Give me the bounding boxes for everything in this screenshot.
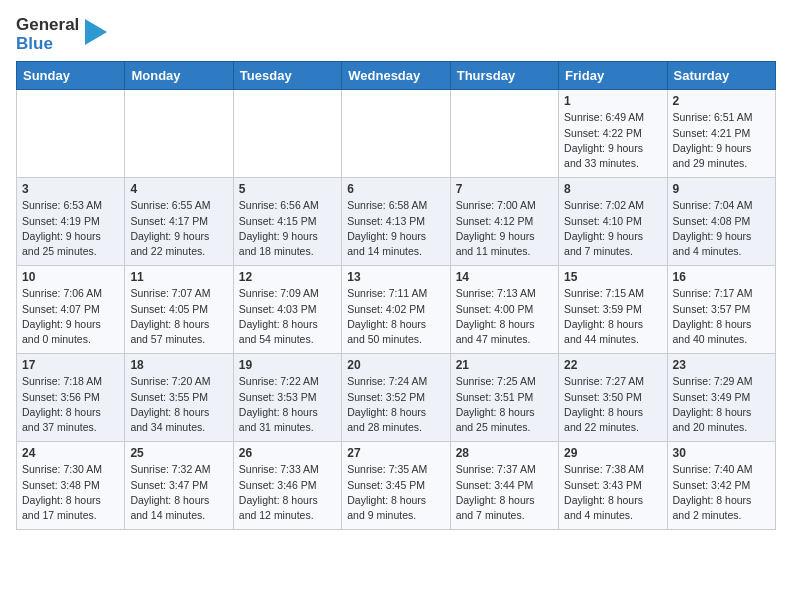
calendar-cell: 16Sunrise: 7:17 AM Sunset: 3:57 PM Dayli… bbox=[667, 266, 775, 354]
day-info: Sunrise: 7:38 AM Sunset: 3:43 PM Dayligh… bbox=[564, 462, 661, 523]
calendar-cell: 24Sunrise: 7:30 AM Sunset: 3:48 PM Dayli… bbox=[17, 442, 125, 530]
day-header-tuesday: Tuesday bbox=[233, 62, 341, 90]
day-number: 12 bbox=[239, 270, 336, 284]
day-number: 11 bbox=[130, 270, 227, 284]
day-number: 29 bbox=[564, 446, 661, 460]
day-info: Sunrise: 7:09 AM Sunset: 4:03 PM Dayligh… bbox=[239, 286, 336, 347]
day-header-thursday: Thursday bbox=[450, 62, 558, 90]
calendar-cell: 23Sunrise: 7:29 AM Sunset: 3:49 PM Dayli… bbox=[667, 354, 775, 442]
day-info: Sunrise: 6:53 AM Sunset: 4:19 PM Dayligh… bbox=[22, 198, 119, 259]
calendar-cell: 14Sunrise: 7:13 AM Sunset: 4:00 PM Dayli… bbox=[450, 266, 558, 354]
calendar-cell: 17Sunrise: 7:18 AM Sunset: 3:56 PM Dayli… bbox=[17, 354, 125, 442]
day-number: 30 bbox=[673, 446, 770, 460]
calendar-cell bbox=[342, 90, 450, 178]
calendar-cell: 6Sunrise: 6:58 AM Sunset: 4:13 PM Daylig… bbox=[342, 178, 450, 266]
day-number: 13 bbox=[347, 270, 444, 284]
day-info: Sunrise: 6:55 AM Sunset: 4:17 PM Dayligh… bbox=[130, 198, 227, 259]
day-number: 26 bbox=[239, 446, 336, 460]
calendar-cell: 20Sunrise: 7:24 AM Sunset: 3:52 PM Dayli… bbox=[342, 354, 450, 442]
calendar-cell bbox=[17, 90, 125, 178]
day-number: 18 bbox=[130, 358, 227, 372]
calendar-cell: 25Sunrise: 7:32 AM Sunset: 3:47 PM Dayli… bbox=[125, 442, 233, 530]
day-info: Sunrise: 7:18 AM Sunset: 3:56 PM Dayligh… bbox=[22, 374, 119, 435]
day-header-monday: Monday bbox=[125, 62, 233, 90]
day-info: Sunrise: 6:58 AM Sunset: 4:13 PM Dayligh… bbox=[347, 198, 444, 259]
day-info: Sunrise: 7:32 AM Sunset: 3:47 PM Dayligh… bbox=[130, 462, 227, 523]
logo-blue: Blue bbox=[16, 35, 79, 54]
day-info: Sunrise: 7:33 AM Sunset: 3:46 PM Dayligh… bbox=[239, 462, 336, 523]
calendar-header-row: SundayMondayTuesdayWednesdayThursdayFrid… bbox=[17, 62, 776, 90]
calendar-table: SundayMondayTuesdayWednesdayThursdayFrid… bbox=[16, 61, 776, 530]
day-info: Sunrise: 7:15 AM Sunset: 3:59 PM Dayligh… bbox=[564, 286, 661, 347]
calendar-cell: 18Sunrise: 7:20 AM Sunset: 3:55 PM Dayli… bbox=[125, 354, 233, 442]
day-info: Sunrise: 7:00 AM Sunset: 4:12 PM Dayligh… bbox=[456, 198, 553, 259]
day-number: 1 bbox=[564, 94, 661, 108]
day-number: 3 bbox=[22, 182, 119, 196]
calendar-cell: 13Sunrise: 7:11 AM Sunset: 4:02 PM Dayli… bbox=[342, 266, 450, 354]
calendar-cell: 11Sunrise: 7:07 AM Sunset: 4:05 PM Dayli… bbox=[125, 266, 233, 354]
day-info: Sunrise: 7:30 AM Sunset: 3:48 PM Dayligh… bbox=[22, 462, 119, 523]
calendar-week-3: 17Sunrise: 7:18 AM Sunset: 3:56 PM Dayli… bbox=[17, 354, 776, 442]
calendar-cell: 15Sunrise: 7:15 AM Sunset: 3:59 PM Dayli… bbox=[559, 266, 667, 354]
day-header-wednesday: Wednesday bbox=[342, 62, 450, 90]
day-info: Sunrise: 6:56 AM Sunset: 4:15 PM Dayligh… bbox=[239, 198, 336, 259]
day-number: 7 bbox=[456, 182, 553, 196]
day-number: 15 bbox=[564, 270, 661, 284]
logo-arrow-icon bbox=[85, 17, 107, 51]
calendar-week-2: 10Sunrise: 7:06 AM Sunset: 4:07 PM Dayli… bbox=[17, 266, 776, 354]
day-info: Sunrise: 7:29 AM Sunset: 3:49 PM Dayligh… bbox=[673, 374, 770, 435]
calendar-cell: 7Sunrise: 7:00 AM Sunset: 4:12 PM Daylig… bbox=[450, 178, 558, 266]
day-number: 17 bbox=[22, 358, 119, 372]
calendar-cell: 8Sunrise: 7:02 AM Sunset: 4:10 PM Daylig… bbox=[559, 178, 667, 266]
day-number: 28 bbox=[456, 446, 553, 460]
calendar-cell: 29Sunrise: 7:38 AM Sunset: 3:43 PM Dayli… bbox=[559, 442, 667, 530]
calendar-week-1: 3Sunrise: 6:53 AM Sunset: 4:19 PM Daylig… bbox=[17, 178, 776, 266]
day-number: 27 bbox=[347, 446, 444, 460]
day-number: 19 bbox=[239, 358, 336, 372]
calendar-cell bbox=[450, 90, 558, 178]
day-header-friday: Friday bbox=[559, 62, 667, 90]
day-number: 24 bbox=[22, 446, 119, 460]
calendar-cell: 27Sunrise: 7:35 AM Sunset: 3:45 PM Dayli… bbox=[342, 442, 450, 530]
calendar-cell bbox=[233, 90, 341, 178]
calendar-cell: 1Sunrise: 6:49 AM Sunset: 4:22 PM Daylig… bbox=[559, 90, 667, 178]
day-info: Sunrise: 6:49 AM Sunset: 4:22 PM Dayligh… bbox=[564, 110, 661, 171]
calendar-cell: 4Sunrise: 6:55 AM Sunset: 4:17 PM Daylig… bbox=[125, 178, 233, 266]
day-number: 25 bbox=[130, 446, 227, 460]
logo: General Blue bbox=[16, 16, 107, 53]
calendar-cell: 22Sunrise: 7:27 AM Sunset: 3:50 PM Dayli… bbox=[559, 354, 667, 442]
day-info: Sunrise: 7:06 AM Sunset: 4:07 PM Dayligh… bbox=[22, 286, 119, 347]
calendar-cell: 26Sunrise: 7:33 AM Sunset: 3:46 PM Dayli… bbox=[233, 442, 341, 530]
calendar-cell: 3Sunrise: 6:53 AM Sunset: 4:19 PM Daylig… bbox=[17, 178, 125, 266]
day-info: Sunrise: 6:51 AM Sunset: 4:21 PM Dayligh… bbox=[673, 110, 770, 171]
day-number: 10 bbox=[22, 270, 119, 284]
day-number: 23 bbox=[673, 358, 770, 372]
day-number: 4 bbox=[130, 182, 227, 196]
page-header: General Blue bbox=[16, 16, 776, 53]
day-number: 6 bbox=[347, 182, 444, 196]
calendar-body: 1Sunrise: 6:49 AM Sunset: 4:22 PM Daylig… bbox=[17, 90, 776, 530]
calendar-cell: 5Sunrise: 6:56 AM Sunset: 4:15 PM Daylig… bbox=[233, 178, 341, 266]
calendar-cell: 21Sunrise: 7:25 AM Sunset: 3:51 PM Dayli… bbox=[450, 354, 558, 442]
day-info: Sunrise: 7:27 AM Sunset: 3:50 PM Dayligh… bbox=[564, 374, 661, 435]
day-number: 9 bbox=[673, 182, 770, 196]
logo-general: General bbox=[16, 16, 79, 35]
day-number: 21 bbox=[456, 358, 553, 372]
calendar-cell: 10Sunrise: 7:06 AM Sunset: 4:07 PM Dayli… bbox=[17, 266, 125, 354]
calendar-cell: 2Sunrise: 6:51 AM Sunset: 4:21 PM Daylig… bbox=[667, 90, 775, 178]
calendar-cell: 12Sunrise: 7:09 AM Sunset: 4:03 PM Dayli… bbox=[233, 266, 341, 354]
calendar-cell: 19Sunrise: 7:22 AM Sunset: 3:53 PM Dayli… bbox=[233, 354, 341, 442]
day-info: Sunrise: 7:22 AM Sunset: 3:53 PM Dayligh… bbox=[239, 374, 336, 435]
calendar-cell: 28Sunrise: 7:37 AM Sunset: 3:44 PM Dayli… bbox=[450, 442, 558, 530]
day-number: 14 bbox=[456, 270, 553, 284]
day-info: Sunrise: 7:20 AM Sunset: 3:55 PM Dayligh… bbox=[130, 374, 227, 435]
day-number: 16 bbox=[673, 270, 770, 284]
day-info: Sunrise: 7:17 AM Sunset: 3:57 PM Dayligh… bbox=[673, 286, 770, 347]
day-header-sunday: Sunday bbox=[17, 62, 125, 90]
day-info: Sunrise: 7:02 AM Sunset: 4:10 PM Dayligh… bbox=[564, 198, 661, 259]
calendar-cell: 30Sunrise: 7:40 AM Sunset: 3:42 PM Dayli… bbox=[667, 442, 775, 530]
day-info: Sunrise: 7:37 AM Sunset: 3:44 PM Dayligh… bbox=[456, 462, 553, 523]
day-info: Sunrise: 7:11 AM Sunset: 4:02 PM Dayligh… bbox=[347, 286, 444, 347]
calendar-cell bbox=[125, 90, 233, 178]
day-header-saturday: Saturday bbox=[667, 62, 775, 90]
